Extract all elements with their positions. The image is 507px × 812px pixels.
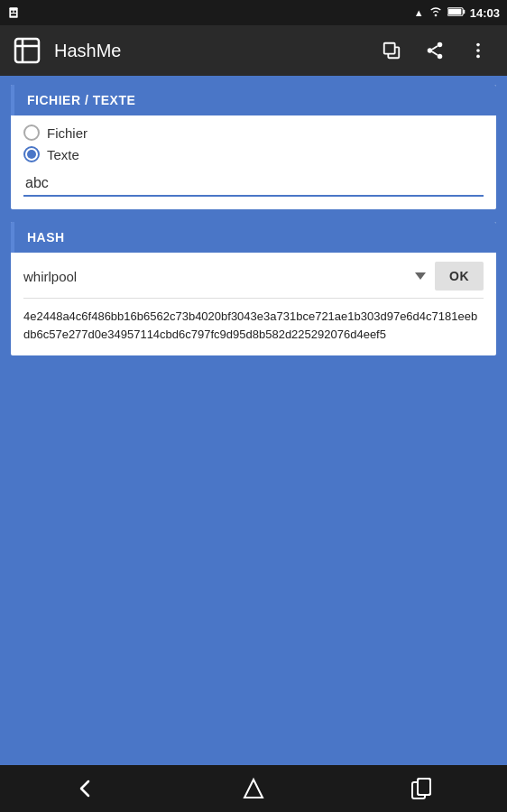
nav-bar: [0, 765, 507, 812]
back-button[interactable]: [58, 770, 112, 807]
battery-icon: [447, 6, 466, 20]
svg-rect-2: [14, 11, 16, 13]
radio-label-texte: Texte: [47, 147, 79, 162]
share-button[interactable]: [417, 32, 453, 69]
svg-marker-21: [244, 780, 263, 798]
main-content: FICHIER / TEXTE Fichier Texte HASH: [0, 76, 507, 377]
hash-section: HASH md5 sha1 sha256 sha512 whirlpool OK…: [11, 222, 496, 355]
fichier-section: FICHIER / TEXTE Fichier Texte: [11, 85, 496, 209]
hash-section-header: HASH: [11, 222, 496, 253]
radio-circle-texte: [23, 146, 40, 162]
fichier-section-header: FICHIER / TEXTE: [11, 85, 496, 115]
toolbar-actions: [373, 32, 496, 69]
svg-rect-23: [418, 779, 430, 795]
hash-section-title: HASH: [27, 230, 65, 245]
hash-section-body: md5 sha1 sha256 sha512 whirlpool OK 4e24…: [11, 253, 496, 355]
text-input[interactable]: [23, 171, 484, 195]
svg-point-15: [428, 48, 433, 53]
signal-icon: ▲: [414, 7, 424, 18]
svg-point-13: [438, 42, 443, 48]
copy-button[interactable]: [373, 32, 410, 69]
app-icon: [11, 34, 43, 67]
svg-point-4: [434, 14, 437, 16]
fichier-section-body: Fichier Texte: [11, 115, 496, 209]
text-input-wrapper: [23, 171, 484, 197]
svg-point-14: [438, 54, 443, 59]
more-button[interactable]: [460, 32, 496, 69]
svg-rect-8: [15, 39, 39, 62]
svg-point-19: [476, 49, 480, 52]
svg-rect-7: [448, 8, 461, 14]
hash-select-wrapper: md5 sha1 sha256 sha512 whirlpool: [23, 269, 428, 284]
radio-group: Fichier Texte: [23, 125, 484, 162]
svg-rect-3: [11, 14, 16, 15]
radio-item-texte[interactable]: Texte: [23, 146, 484, 162]
svg-rect-0: [9, 7, 17, 18]
hash-divider: [23, 298, 484, 299]
svg-point-18: [476, 43, 480, 47]
fichier-section-title: FICHIER / TEXTE: [27, 93, 135, 107]
svg-line-17: [432, 51, 438, 55]
svg-rect-6: [463, 9, 465, 13]
recents-button[interactable]: [395, 770, 449, 807]
hash-row: md5 sha1 sha256 sha512 whirlpool OK: [23, 262, 484, 291]
svg-rect-1: [11, 11, 13, 13]
radio-label-fichier: Fichier: [47, 125, 88, 141]
home-button[interactable]: [226, 770, 281, 807]
svg-line-16: [432, 46, 438, 50]
radio-item-fichier[interactable]: Fichier: [23, 125, 484, 141]
wifi-icon: [429, 6, 443, 20]
status-bar: ▲ 14:03: [0, 0, 507, 25]
sim-icon: [7, 6, 20, 19]
svg-rect-12: [384, 43, 395, 54]
ok-button[interactable]: OK: [435, 262, 484, 291]
status-bar-left: [7, 6, 20, 19]
radio-circle-fichier: [23, 125, 40, 141]
hash-result: 4e2448a4c6f486bb16b6562c73b4020bf3043e3a…: [23, 308, 484, 343]
app-title: HashMe: [54, 41, 373, 61]
hash-algorithm-select[interactable]: md5 sha1 sha256 sha512 whirlpool: [23, 269, 428, 284]
toolbar: HashMe: [0, 25, 507, 76]
svg-point-20: [476, 55, 480, 59]
time-display: 14:03: [470, 6, 500, 20]
status-bar-right: ▲ 14:03: [414, 6, 500, 20]
